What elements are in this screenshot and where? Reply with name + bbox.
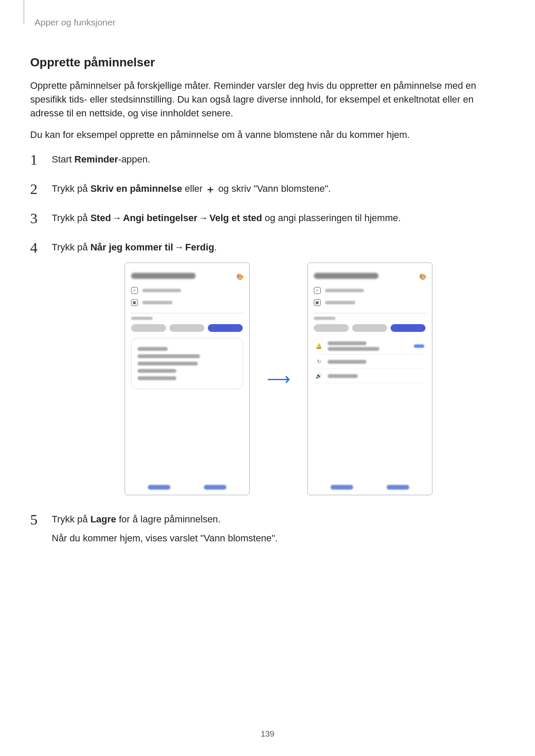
sound-icon: 🔊 <box>316 372 322 379</box>
pill-selected <box>208 324 243 332</box>
step-3-text-a: Trykk på <box>52 212 91 223</box>
header-divider <box>24 0 24 24</box>
arrow-icon: → <box>111 211 123 225</box>
step-4: Trykk på Når jeg kommer til → Ferdig. 🎨 … <box>30 241 505 496</box>
step-4-period: . <box>214 242 217 253</box>
add-image-blur <box>325 301 355 304</box>
step-4-done: Ferdig <box>185 242 214 253</box>
dotted-separator <box>131 313 243 313</box>
pill-selected <box>391 324 425 332</box>
breadcrumb: Apper og funksjoner <box>34 17 505 28</box>
option-4-blur <box>138 376 176 380</box>
step-5: Trykk på Lagre for å lagre påminnelsen. … <box>30 512 505 545</box>
map-link-blur <box>414 344 424 348</box>
palette-icon: 🎨 <box>419 272 426 279</box>
step-4-text-a: Trykk på <box>52 242 91 253</box>
conditions-label-blur <box>314 317 335 320</box>
pill-place <box>352 324 387 332</box>
phone-screenshot-right: 🎨 ✓ ▣ <box>307 262 432 495</box>
step-2-text-d: og skriv "Vann blomstene". <box>216 183 331 194</box>
option-3-blur <box>138 369 176 373</box>
pill-time <box>314 324 349 332</box>
step-1-text-a: Start <box>52 154 75 165</box>
arrow-icon: → <box>197 211 210 225</box>
steps-list: Start Reminder-appen. Trykk på Skriv en … <box>30 153 505 546</box>
step-3-text-e: og angi plasseringen til hjemme. <box>262 212 401 223</box>
intro-paragraph-1: Opprette påminnelser på forskjellige måt… <box>30 79 505 120</box>
step-1-text-c: -appen. <box>118 154 150 165</box>
step-3-sted: Sted <box>91 212 111 223</box>
plus-icon: ＋ <box>205 183 216 195</box>
step-2-text-a: Trykk på <box>52 183 91 194</box>
result-row-repeat: ↻ <box>314 355 426 369</box>
dotted-separator <box>314 313 426 313</box>
screenshots-row: 🎨 ✓ ▣ <box>52 262 505 495</box>
add-image-blur <box>142 301 172 304</box>
step-2-text-c: eller <box>182 183 205 194</box>
pick-place-blur <box>138 347 168 351</box>
section-title: Opprette påminnelser <box>30 56 505 69</box>
add-checklist-blur <box>325 289 364 292</box>
reminder-title-blur <box>131 273 196 279</box>
step-3-velg: Velg et sted <box>210 212 262 223</box>
footer-buttons <box>314 480 426 490</box>
cancel-button-blur <box>148 485 170 490</box>
sound-text-blur <box>328 374 358 378</box>
step-1: Start Reminder-appen. <box>30 153 505 169</box>
step-5-save: Lagre <box>91 514 116 525</box>
step-3-angi: Angi betingelser <box>123 212 197 223</box>
step-2: Trykk på Skriv en påminnelse eller ＋ og … <box>30 182 505 198</box>
option-2-blur <box>138 362 198 366</box>
step-2-action: Skriv en påminnelse <box>91 183 182 194</box>
result-row-sound: 🔊 <box>314 369 426 383</box>
step-5-text-c: for å lagre påminnelsen. <box>116 514 221 525</box>
repeat-icon: ↻ <box>316 358 322 365</box>
address-line2-blur <box>328 347 379 351</box>
repeat-text-blur <box>328 360 366 364</box>
pill-place <box>169 324 204 332</box>
checkbox-icon: ✓ <box>131 287 138 294</box>
palette-icon: 🎨 <box>236 272 243 279</box>
save-button-blur <box>204 485 226 490</box>
arrow-icon: → <box>173 241 185 254</box>
step-5-sub: Når du kommer hjem, vises varslet "Vann … <box>52 531 505 545</box>
place-options-card <box>131 338 243 389</box>
image-icon: ▣ <box>314 299 321 306</box>
step-5-text-a: Trykk på <box>52 514 91 525</box>
step-1-app-name: Reminder <box>75 154 118 165</box>
phone-screenshot-left: 🎨 ✓ ▣ <box>125 262 250 495</box>
address-line1-blur <box>328 341 366 345</box>
result-row-address: 🔔 <box>314 338 426 355</box>
footer-buttons <box>131 480 243 490</box>
option-1-blur <box>138 354 200 358</box>
checkbox-icon: ✓ <box>314 287 321 294</box>
conditions-label-blur <box>131 317 153 320</box>
save-button-blur <box>387 485 409 490</box>
step-3: Trykk på Sted → Angi betingelser → Velg … <box>30 211 505 228</box>
page-number: 139 <box>0 729 535 739</box>
image-icon: ▣ <box>131 299 138 306</box>
reminder-title-blur <box>314 273 379 279</box>
cancel-button-blur <box>331 485 353 490</box>
condition-pills <box>131 324 243 332</box>
arrow-right-icon: ⟶ <box>267 367 290 391</box>
add-checklist-blur <box>142 289 181 292</box>
bell-icon: 🔔 <box>316 343 322 350</box>
step-4-when: Når jeg kommer til <box>91 242 173 253</box>
pill-time <box>131 324 166 332</box>
condition-pills <box>314 324 426 332</box>
intro-paragraph-2: Du kan for eksempel opprette en påminnel… <box>30 128 505 142</box>
